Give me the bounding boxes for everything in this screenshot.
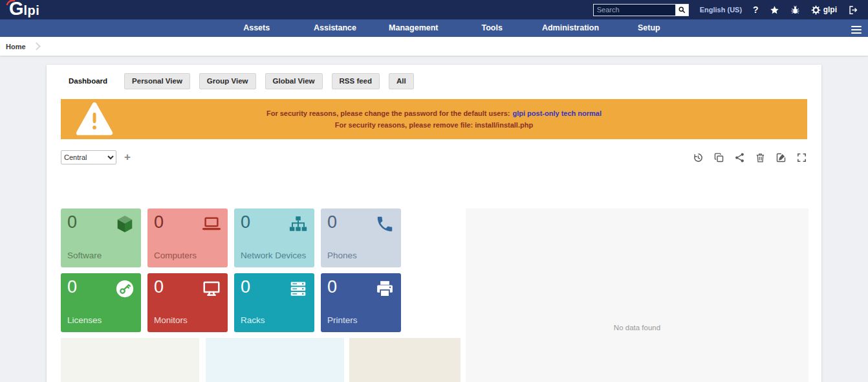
tile-printers[interactable]: 0 Printers: [321, 273, 401, 332]
warning-triangle-icon: [75, 102, 114, 137]
security-warning-banner: For security reasons, please change the …: [61, 99, 807, 139]
content-card: Dashboard Personal View Group View Globa…: [47, 65, 821, 382]
phone-icon: [375, 214, 395, 234]
cube-icon: [115, 214, 135, 234]
nav-administration[interactable]: Administration: [531, 19, 609, 37]
clone-icon[interactable]: [713, 152, 724, 163]
warning-line2: For security reasons, please remove file…: [266, 119, 602, 131]
tab-all[interactable]: All: [389, 73, 414, 89]
tile-software[interactable]: 0 Software: [61, 208, 141, 267]
tile-label: Licenses: [67, 315, 102, 325]
search-icon: [678, 6, 686, 14]
tab-global-view[interactable]: Global View: [265, 73, 323, 89]
fullscreen-icon[interactable]: [796, 152, 807, 163]
bookmark-star-icon[interactable]: [770, 5, 779, 15]
top-header: Glpi English (US) ? glpi: [0, 0, 868, 19]
tile-computers[interactable]: 0 Computers: [147, 208, 228, 267]
bug-report-icon[interactable]: [790, 5, 800, 15]
dashboard-grid: 0 Software 0 Computers 0 Network Devices…: [61, 208, 807, 382]
dashboard-toolbar: Central +: [61, 150, 807, 165]
tile-label: Software: [67, 251, 102, 260]
tile-racks[interactable]: 0 Racks: [234, 273, 314, 332]
tile-monitors[interactable]: 0 Monitors: [147, 273, 228, 332]
breadcrumb-home[interactable]: Home: [6, 43, 26, 51]
tile-licenses[interactable]: 0 Licenses: [61, 273, 141, 332]
hamburger-menu-icon[interactable]: [851, 24, 862, 36]
tile-label: Printers: [327, 315, 358, 325]
tab-personal-view[interactable]: Personal View: [124, 73, 190, 89]
rack-icon: [288, 279, 308, 298]
language-selector[interactable]: English (US): [700, 6, 742, 14]
warning-line1: For security reasons, please change the …: [266, 109, 510, 117]
tile-phones[interactable]: 0 Phones: [321, 208, 401, 267]
nav-assistance[interactable]: Assistance: [296, 19, 374, 37]
tile-label: Network Devices: [241, 251, 306, 260]
glpi-logo[interactable]: Glpi: [9, 0, 39, 21]
trash-icon[interactable]: [755, 152, 766, 163]
widget-placeholder: [349, 338, 461, 382]
main-nav: Assets Assistance Management Tools Admin…: [0, 19, 868, 37]
widget-placeholder: [61, 338, 199, 382]
tile-label: Monitors: [154, 315, 188, 325]
nav-setup[interactable]: Setup: [610, 19, 688, 37]
header-actions: English (US) ? glpi: [593, 4, 862, 16]
tab-bar: Dashboard Personal View Group View Globa…: [61, 73, 807, 89]
network-icon: [288, 214, 308, 234]
key-icon: [115, 279, 135, 298]
edit-icon[interactable]: [776, 152, 787, 163]
breadcrumb-arrow-icon: [32, 42, 41, 51]
no-data-text: No data found: [614, 324, 660, 331]
tile-label: Phones: [327, 251, 357, 260]
share-icon[interactable]: [734, 152, 745, 163]
warning-text: For security reasons, please change the …: [266, 107, 602, 131]
tab-rss-feed[interactable]: RSS feed: [332, 73, 380, 89]
logo-accent-icon: [6, 0, 16, 5]
nav-tools[interactable]: Tools: [453, 19, 531, 37]
tile-network-devices[interactable]: 0 Network Devices: [234, 208, 314, 267]
monitor-icon: [202, 279, 221, 298]
logout-icon[interactable]: [848, 5, 858, 15]
tile-label: Computers: [154, 251, 197, 260]
tile-label: Racks: [241, 315, 265, 325]
search-input[interactable]: [593, 4, 676, 16]
tab-group-view[interactable]: Group View: [199, 73, 256, 89]
logo-text-rest: lpi: [24, 3, 40, 17]
history-icon[interactable]: [693, 152, 704, 163]
add-dashboard-button[interactable]: +: [124, 151, 131, 164]
glpi-screen: Glpi English (US) ? glpi: [0, 0, 868, 382]
printer-icon: [375, 279, 395, 298]
username-label: glpi: [823, 5, 837, 14]
nav-management[interactable]: Management: [374, 19, 453, 37]
default-users-links[interactable]: glpi post-only tech normal: [513, 109, 602, 117]
tab-dashboard[interactable]: Dashboard: [61, 73, 115, 89]
nav-items: Assets Assistance Management Tools Admin…: [217, 19, 688, 37]
nav-assets[interactable]: Assets: [217, 19, 296, 37]
dashboard-actions: [693, 152, 807, 163]
gear-icon: [811, 5, 821, 15]
global-search: [593, 4, 689, 16]
breadcrumb: Home: [0, 37, 868, 56]
user-menu[interactable]: glpi: [811, 5, 837, 15]
empty-widget-panel: No data found: [466, 208, 808, 382]
help-icon[interactable]: ?: [753, 5, 759, 15]
dashboard-select[interactable]: Central: [61, 150, 116, 164]
laptop-icon: [202, 214, 221, 234]
widget-placeholder: [206, 338, 344, 382]
search-button[interactable]: [676, 4, 689, 16]
